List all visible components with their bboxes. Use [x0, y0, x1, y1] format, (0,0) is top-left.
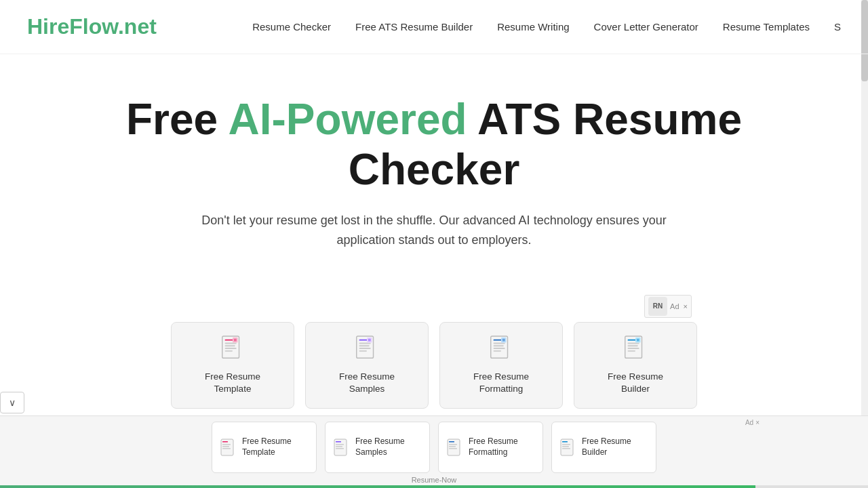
svg-rect-41: [336, 448, 344, 449]
bottom-formatting-icon: [447, 439, 462, 456]
hero-heading-accent: AI-Powered: [229, 95, 467, 144]
svg-rect-5: [225, 350, 233, 351]
hero-heading: Free AI-Powered ATS Resume Checker: [27, 95, 841, 195]
card-builder[interactable]: Free ResumeBuilder: [574, 322, 697, 409]
scrollbar-track[interactable]: [861, 0, 868, 488]
svg-rect-11: [359, 345, 370, 346]
svg-rect-44: [449, 444, 457, 445]
card-formatting-text: Free ResumeFormatting: [473, 371, 529, 395]
bottom-template-icon: [220, 439, 235, 456]
progress-bar-container: [0, 485, 868, 488]
svg-rect-28: [628, 348, 639, 349]
svg-rect-9: [359, 339, 368, 340]
svg-rect-1: [225, 339, 234, 340]
bottom-ad-label: Ad: [745, 419, 753, 426]
svg-rect-2: [225, 342, 237, 344]
nav-resume-checker[interactable]: Resume Checker: [252, 21, 331, 33]
svg-rect-19: [494, 345, 504, 346]
svg-rect-33: [222, 441, 228, 443]
hero-heading-part3: Checker: [349, 145, 520, 194]
nav-resume-writing[interactable]: Resume Writing: [497, 21, 569, 33]
svg-rect-46: [449, 448, 457, 449]
bottom-ad-close[interactable]: ×: [755, 419, 760, 426]
svg-rect-7: [234, 338, 237, 341]
collapse-button[interactable]: ∨: [0, 392, 24, 413]
navigation: HireFlow.net Resume Checker Free ATS Res…: [0, 0, 868, 54]
svg-rect-25: [628, 339, 637, 340]
progress-bar-fill: [0, 485, 755, 488]
nav-cover-letter[interactable]: Cover Letter Generator: [594, 21, 698, 33]
bottom-bar-inner: Ad × Free ResumeTemplate Free Re: [0, 422, 868, 473]
svg-rect-3: [225, 345, 235, 346]
logo-accent: Flow: [69, 14, 118, 39]
card-grid: Free ResumeTemplate Free ResumeSamples F: [0, 322, 868, 425]
logo-suffix: .net: [118, 14, 157, 39]
hero-heading-part1: Free: [126, 95, 229, 144]
nav-ats-builder[interactable]: Free ATS Resume Builder: [355, 21, 473, 33]
builder-icon: [623, 336, 648, 363]
svg-rect-38: [336, 441, 341, 443]
svg-rect-29: [628, 350, 635, 351]
svg-rect-34: [222, 444, 231, 445]
svg-rect-20: [494, 348, 505, 349]
svg-rect-27: [628, 345, 638, 346]
bottom-card-template-text: Free ResumeTemplate: [242, 436, 292, 458]
svg-rect-21: [494, 350, 501, 351]
svg-rect-39: [336, 444, 344, 445]
svg-rect-43: [449, 441, 454, 443]
svg-rect-23: [502, 338, 505, 341]
bottom-card-samples[interactable]: Free ResumeSamples: [325, 422, 430, 473]
svg-rect-13: [359, 350, 367, 351]
svg-rect-51: [562, 448, 570, 449]
logo[interactable]: HireFlow.net: [27, 14, 157, 39]
svg-rect-31: [637, 338, 639, 341]
card-formatting[interactable]: Free ResumeFormatting: [439, 322, 563, 409]
svg-rect-26: [628, 342, 639, 344]
card-template[interactable]: Free ResumeTemplate: [171, 322, 294, 409]
card-builder-text: Free ResumeBuilder: [608, 371, 663, 395]
card-samples-text: Free ResumeSamples: [339, 371, 395, 395]
svg-rect-48: [562, 441, 568, 443]
svg-rect-45: [449, 446, 456, 447]
logo-prefix: Hire: [27, 14, 69, 39]
hero-subtext: Don't let your resume get lost in the sh…: [197, 211, 671, 250]
samples-icon: [355, 336, 379, 363]
nav-templates[interactable]: Resume Templates: [723, 21, 810, 33]
svg-rect-12: [359, 348, 371, 349]
bottom-card-builder-text: Free ResumeBuilder: [582, 436, 631, 458]
bottom-ad-badge: Ad ×: [745, 419, 760, 426]
ad-label: Ad: [670, 302, 679, 310]
svg-rect-40: [336, 446, 342, 447]
ad-badge: RN Ad ×: [644, 295, 692, 318]
ad-icon-text: RN: [653, 302, 663, 310]
template-icon: [220, 336, 245, 363]
svg-rect-18: [494, 342, 505, 344]
svg-rect-35: [222, 446, 229, 447]
svg-rect-50: [562, 446, 569, 447]
bottom-card-formatting[interactable]: Free ResumeFormatting: [438, 422, 543, 473]
hero-section: Free AI-Powered ATS Resume Checker Don't…: [0, 54, 868, 295]
svg-rect-10: [359, 342, 371, 344]
bottom-card-template[interactable]: Free ResumeTemplate: [212, 422, 317, 473]
nav-links: Resume Checker Free ATS Resume Builder R…: [252, 21, 841, 33]
hero-heading-part2: ATS Resume: [467, 95, 742, 144]
bottom-card-builder[interactable]: Free ResumeBuilder: [551, 422, 656, 473]
card-template-text: Free ResumeTemplate: [205, 371, 260, 395]
ad-badge-container: RN Ad ×: [0, 295, 868, 318]
bottom-builder-icon: [560, 439, 575, 456]
formatting-icon: [489, 336, 513, 363]
ad-close[interactable]: ×: [684, 302, 688, 310]
card-samples[interactable]: Free ResumeSamples: [305, 322, 429, 409]
svg-rect-4: [225, 348, 237, 349]
svg-rect-49: [562, 444, 570, 445]
bottom-source-label: Resume-Now: [0, 476, 868, 484]
svg-rect-15: [368, 338, 371, 341]
svg-rect-17: [494, 339, 502, 340]
ad-icon: RN: [648, 297, 667, 316]
bottom-samples-icon: [334, 439, 349, 456]
nav-more[interactable]: S: [834, 21, 841, 33]
bottom-card-samples-text: Free ResumeSamples: [355, 436, 405, 458]
collapse-icon: ∨: [9, 397, 16, 408]
bottom-ad-bar: Ad × Free ResumeTemplate Free Re: [0, 415, 868, 488]
bottom-card-formatting-text: Free ResumeFormatting: [469, 436, 518, 458]
